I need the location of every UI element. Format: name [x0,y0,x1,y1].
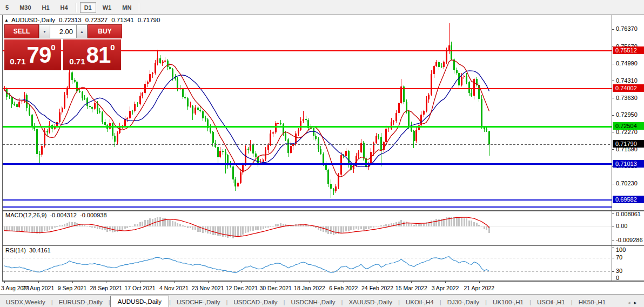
macd-bar [468,221,470,226]
candle-body [252,144,254,154]
candle-body [391,122,392,128]
tab-scroll-left-icon[interactable]: ◄ [627,301,633,305]
candle-body [461,77,462,86]
macd-bar [461,217,462,226]
price-level-badge: 0.71790 [613,140,644,148]
macd-bar [232,226,234,238]
macd-bar [340,226,342,233]
macd-bar [476,223,478,226]
macd-bar [71,222,73,226]
macd-bar [343,226,344,233]
candle-body [232,166,234,179]
macd-bar [192,226,193,230]
candle-body [169,67,171,69]
macd-bar [242,226,244,235]
tab-scroll-right-icon[interactable]: ► [633,301,640,305]
macd-bar [320,226,321,231]
tab-dj30-daily[interactable]: DJ30-,Daily [441,297,485,307]
macd-bar [350,226,352,230]
price-level-badge: 0.72504 [613,122,644,130]
macd-bar [406,222,407,226]
sell-button[interactable]: SELL [4,24,39,38]
candle-body [76,82,78,91]
candle-body [327,170,329,183]
buy-price-display[interactable]: 0.71810 [63,39,121,70]
macd-bar [464,218,465,226]
rsi-value: 30.4161 [29,247,51,253]
collapse-panel-icon[interactable]: ▲ [4,18,9,23]
candle-body [340,155,342,175]
macd-bar [252,226,254,231]
tab-usdchf-daily[interactable]: USDCHF-,Daily [171,297,226,307]
volume-input[interactable] [50,24,76,38]
macd-bar [56,226,58,228]
candle-body [285,134,286,139]
candle-body [64,95,65,108]
candle-body [257,157,259,164]
macd-bar [420,224,422,226]
candle-body [9,97,10,97]
macd-bar [435,219,437,226]
macd-bar [26,226,28,232]
macd-bar [272,226,274,226]
tab-ukoil-h4[interactable]: UKOil-,H4 [400,297,440,307]
macd-main-value: -0.004312 [50,212,77,218]
trading-terminal-window: 5M30H1H4D1W1MN ▲AUDUSD-,Daily0.723130.72… [0,0,644,307]
volume-increase-button[interactable]: ▲ [76,24,88,38]
candle-body [94,103,96,109]
tab-uk100-h1[interactable]: UK100-,H1 [487,297,529,307]
macd-bar [250,226,251,231]
macd-bar [194,226,196,231]
candle-body [114,136,116,142]
tab-xauusd-daily[interactable]: XAUUSD-,Daily [343,297,398,307]
tab-usdcnh-daily[interactable]: USDCNH-,Daily [285,297,341,307]
candle-body [247,149,249,150]
candle-body [287,139,289,153]
candle-body [298,130,299,134]
buy-button[interactable]: BUY [88,24,122,38]
tab-eurusd-daily[interactable]: EURUSD-,Daily [53,297,109,307]
macd-bar [124,226,126,229]
tab-usdcad-daily[interactable]: USDCAD-,Daily [227,297,283,307]
macd-bar [375,226,377,226]
macd-bar [89,226,91,227]
candle-body [86,98,88,106]
candle-body [117,133,118,142]
macd-bar [307,225,309,226]
macd-bar [473,222,475,226]
macd-bar [373,226,374,228]
sell-price-display[interactable]: 0.71790 [4,39,61,70]
price-level-badge: 0.69582 [613,196,644,203]
volume-decrease-button[interactable]: ▼ [39,24,50,38]
candle-body [393,121,394,122]
macd-bar [265,226,266,228]
candle-body [408,111,410,126]
macd-bar [267,226,269,228]
candle-body [426,99,427,111]
candle-body [199,110,201,111]
macd-bar [358,226,359,230]
candle-body [11,97,13,104]
candle-body [303,119,304,121]
candle-body [197,108,199,110]
macd-bar [388,224,390,226]
tab-hk50-h1[interactable]: HK50-,H1 [573,297,612,307]
candle-body [129,111,131,118]
candle-body [102,112,103,122]
macd-bar [212,226,214,235]
candle-body [373,143,374,152]
candle-body [69,72,70,88]
candle-body [363,143,365,159]
macd-bar [134,224,136,226]
tab-usdx-weekly[interactable]: USDX,Weekly [0,297,51,307]
candle-body [41,146,43,155]
tab-audusd-daily[interactable]: AUDUSD-,Daily [110,296,169,307]
macd-bar [69,222,70,226]
tab-usoil-h1[interactable]: USOil-,H1 [531,297,571,307]
candle-body [484,128,485,130]
macd-bar [177,223,178,226]
candle-body [240,172,242,183]
candle-body [219,151,221,157]
macd-bar [66,223,68,226]
macd-bar [481,226,482,226]
